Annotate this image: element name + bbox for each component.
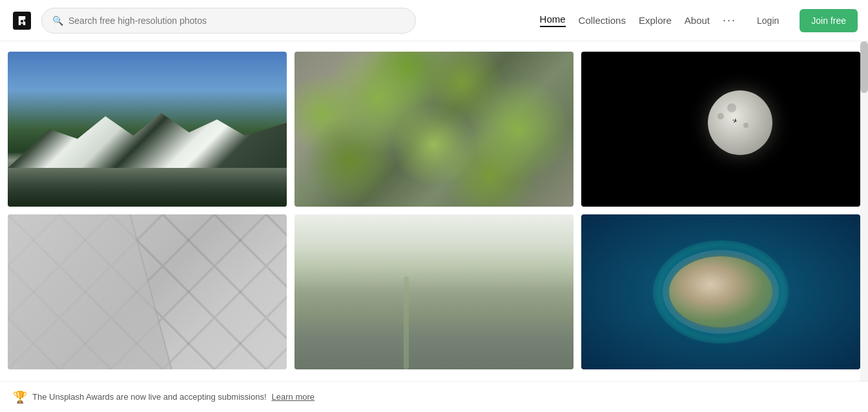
nav-explore[interactable]: Explore [639, 15, 672, 26]
site-header: 🔍 Home Collections Explore About ··· Log… [0, 0, 868, 41]
nav-home[interactable]: Home [540, 14, 566, 27]
main-nav: Home Collections Explore About ··· Login… [540, 9, 858, 32]
photo-valley[interactable] [294, 214, 574, 369]
main-content: ✈ [0, 41, 868, 408]
photo-grid: ✈ [8, 52, 860, 369]
scroll-track[interactable] [860, 41, 868, 381]
login-button[interactable]: Login [749, 10, 787, 31]
nav-about[interactable]: About [685, 15, 710, 26]
nav-collections[interactable]: Collections [579, 15, 626, 26]
moon-shape: ✈ [708, 90, 772, 155]
footer-message: The Unsplash Awards are now live and acc… [32, 392, 267, 402]
join-button[interactable]: Join free [800, 9, 858, 32]
photo-concrete[interactable] [8, 214, 287, 369]
site-logo[interactable] [10, 9, 34, 32]
search-icon: 🔍 [52, 15, 63, 26]
photo-moss[interactable] [294, 52, 574, 207]
photo-mountains[interactable] [8, 52, 287, 207]
island-shape [663, 250, 779, 334]
photo-moon[interactable]: ✈ [581, 52, 860, 207]
learn-more-link[interactable]: Learn more [272, 392, 315, 402]
award-icon: 🏆 [13, 390, 27, 404]
scroll-thumb[interactable] [860, 41, 868, 93]
photo-island[interactable] [581, 214, 860, 369]
search-input[interactable] [68, 15, 405, 26]
svg-point-2 [21, 19, 23, 22]
search-bar[interactable]: 🔍 [41, 8, 416, 34]
footer-bar: 🏆 The Unsplash Awards are now live and a… [0, 381, 868, 408]
nav-more-button[interactable]: ··· [723, 14, 736, 27]
